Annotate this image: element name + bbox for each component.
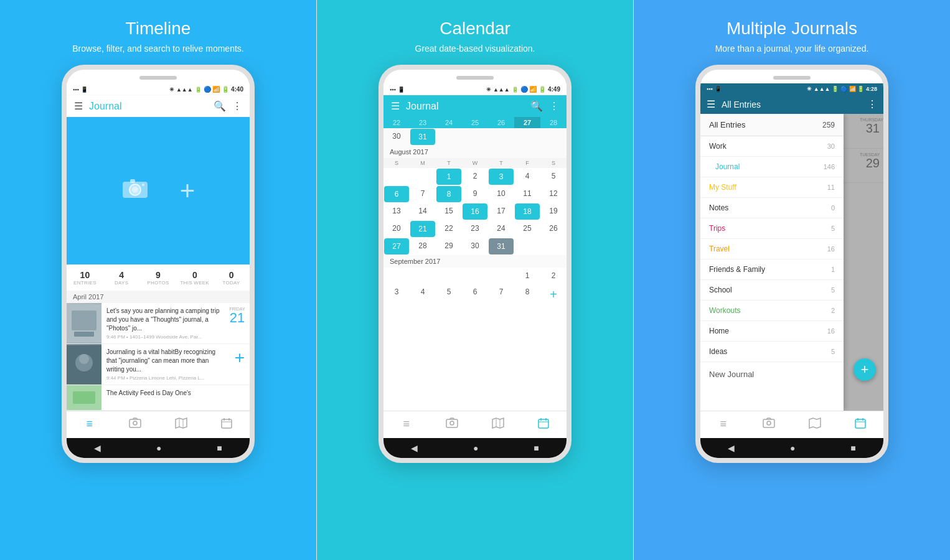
app-bar-title-1: Journal [89,101,207,112]
app-bar-title-3: All Entries [722,100,861,110]
home-btn-2[interactable]: ● [473,443,478,453]
home-btn-1[interactable]: ● [156,443,161,453]
fab-inline-1[interactable]: + [235,348,245,368]
back-btn-3[interactable]: ◀ [728,443,735,453]
entry-content-3: The Activity Feed is Day One's [101,385,250,410]
nav-map-3[interactable] [792,415,838,434]
menu-icon-2[interactable]: ☰ [391,100,400,112]
android-nav-2: ◀ ● ■ [383,438,567,458]
entry-thumb-2 [67,344,101,385]
add-entry-icon[interactable]: + [180,176,195,206]
stat-entries: 10 ENTRIES [67,265,103,291]
svg-rect-3 [130,179,135,183]
nav-calendar-2[interactable] [521,415,567,434]
cal-sep-w2: 3 4 5 6 7 8 + [383,284,567,306]
back-btn-1[interactable]: ◀ [94,443,101,453]
cal-aug-w4: 20 21 22 23 24 25 26 [383,220,567,238]
entry-date-1: FRIDAY 21 [225,303,250,343]
drawer-new-journal[interactable]: New Journal [700,362,844,386]
cal-aug-w1: 1 2 3 4 5 [383,168,567,185]
drawer-friends-family[interactable]: Friends & Family 1 [700,259,844,280]
drawer-school[interactable]: School 5 [700,280,844,301]
drawer-work[interactable]: Work 30 [700,136,844,157]
recents-btn-2[interactable]: ■ [534,443,538,453]
panel-journals: Multiple Journals More than a journal, y… [634,0,950,560]
nav-timeline-3[interactable]: ≡ [700,415,746,434]
svg-rect-18 [222,419,232,428]
phone-1: ▪▪▪ 📱 ✳ ▲▲▲ 🔋 🔵 📶 🔋 4:40 ☰ Journal 🔍 ⋮ [62,65,255,463]
nav-map[interactable] [158,415,204,434]
panel-2-title: Calendar [440,19,510,39]
cal-aug-w3: 13 14 15 16 17 18 19 [383,203,567,220]
nav-photos[interactable] [113,415,159,434]
search-icon-2[interactable]: 🔍 [530,100,543,112]
svg-rect-7 [74,332,94,337]
nav-timeline[interactable]: ≡ [67,415,113,434]
stat-today: 0 TODAY [213,265,250,291]
nav-calendar[interactable] [204,415,250,434]
svg-rect-6 [72,310,96,330]
nav-photos-2[interactable] [430,415,476,434]
drawer-notes[interactable]: Notes 0 [700,198,844,218]
menu-icon-3[interactable]: ☰ [707,98,715,110]
drawer-home[interactable]: Home 16 [700,321,844,342]
svg-point-10 [79,354,89,364]
entry-item-2[interactable]: Journaling is a vital habitBy recognizin… [67,344,250,385]
panel-1-subtitle: Browse, filter, and search to relive mom… [72,44,243,54]
cal-sep-w1: 1 2 [383,268,567,284]
svg-point-23 [450,421,454,425]
timeline-icons-row: + [121,176,195,206]
nav-map-2[interactable] [475,415,521,434]
bottom-nav-3: ≡ [700,411,883,438]
phone-1-app-bar: ☰ Journal 🔍 ⋮ [67,95,250,117]
more-icon-3[interactable]: ⋮ [867,98,877,110]
nav-photos-3[interactable] [746,415,792,434]
drawer-my-stuff[interactable]: My Stuff 11 [700,177,844,198]
entry-content-2: Journaling is a vital habitBy recognizin… [101,344,225,385]
bottom-nav-1: ≡ [67,411,250,438]
drawer-travel[interactable]: Travel 16 [700,239,844,259]
phone-1-screen: ▪▪▪ 📱 ✳ ▲▲▲ 🔋 🔵 📶 🔋 4:40 ☰ Journal 🔍 ⋮ [67,83,250,458]
svg-rect-12 [73,391,95,404]
drawer-journal[interactable]: Journal 146 [700,157,844,177]
android-nav-1: ◀ ● ■ [67,438,250,458]
entry-item-3[interactable]: The Activity Feed is Day One's [67,385,250,411]
search-icon-1[interactable]: 🔍 [214,100,226,112]
phone-3-app-bar: ☰ All Entries ⋮ [700,95,883,114]
nav-timeline-2[interactable]: ≡ [383,415,430,434]
phone-2: ▪▪▪ 📱 ✳ ▲▲▲ 🔋 🔵 📶 🔋 4:49 ☰ Journal 🔍 ⋮ [379,65,571,463]
panel-calendar: Calendar Great date-based visualization.… [317,0,633,560]
drawer-trips[interactable]: Trips 5 [700,218,844,239]
home-btn-3[interactable]: ● [790,443,795,453]
fab-calendar[interactable]: + [540,284,567,306]
svg-rect-22 [446,419,458,427]
svg-point-2 [132,187,138,193]
back-btn-2[interactable]: ◀ [411,443,418,453]
svg-marker-33 [809,418,821,428]
entry-thumb-1 [67,303,101,343]
panel-timeline: Timeline Browse, filter, and search to r… [0,0,316,560]
recents-btn-3[interactable]: ■ [850,443,855,453]
drawer-all-entries[interactable]: All Entries 259 [700,114,844,136]
svg-marker-24 [492,418,504,428]
drawer-workouts[interactable]: Workouts 2 [700,301,844,321]
svg-rect-31 [763,419,774,427]
menu-icon-1[interactable]: ☰ [74,100,83,112]
more-icon-2[interactable]: ⋮ [549,100,559,112]
panel-2-subtitle: Great date-based visualization. [415,44,535,54]
recents-btn-1[interactable]: ■ [217,443,222,453]
cal-aug-w2: 6 7 8 9 10 11 12 [383,185,567,203]
svg-point-14 [133,421,137,425]
fab-button-3[interactable]: + [854,358,876,381]
svg-rect-34 [855,419,865,428]
nav-calendar-3[interactable] [838,415,884,434]
android-nav-3: ◀ ● ■ [700,438,883,458]
stat-week: 0 THIS WEEK [176,265,213,291]
drawer-ideas[interactable]: Ideas 5 [700,342,844,362]
phone-3: ▪▪▪ 📱 ✳ ▲▲▲ 🔋 🔵 📶 🔋 4:28 ☰ All Entries ⋮ [695,65,888,463]
panel-3-subtitle: More than a journal, your life organized… [715,44,869,54]
phone-2-status-bar: ▪▪▪ 📱 ✳ ▲▲▲ 🔋 🔵 📶 🔋 4:49 [383,83,567,95]
timeline-empty-area: + [67,117,250,264]
more-icon-1[interactable]: ⋮ [232,100,242,112]
entry-item-1[interactable]: Let's say you are planning a camping tri… [67,303,250,344]
